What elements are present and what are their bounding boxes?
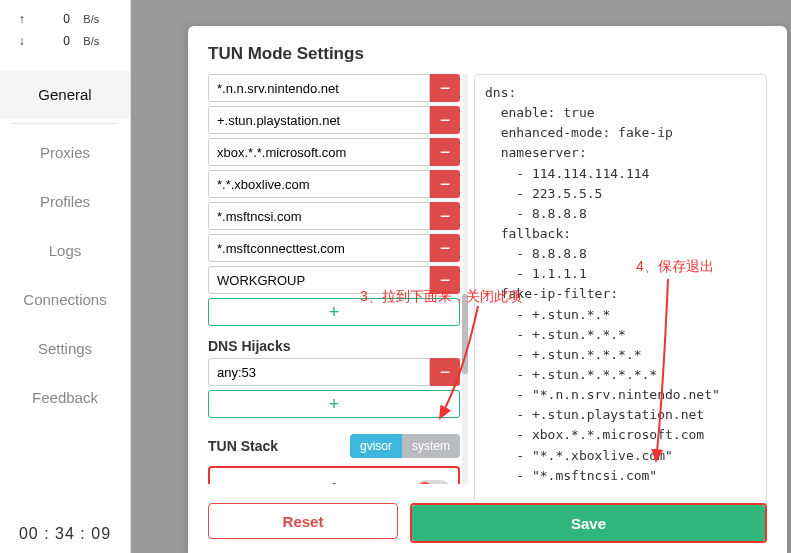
filter-row: − (208, 234, 460, 262)
save-button[interactable]: Save (412, 505, 765, 541)
seg-system[interactable]: system (402, 434, 460, 458)
remove-button[interactable]: − (430, 266, 460, 294)
filter-input[interactable] (208, 234, 430, 262)
sidebar-item-general[interactable]: General (0, 70, 130, 119)
sidebar-item-proxies[interactable]: Proxies (0, 128, 130, 177)
remove-button[interactable]: − (430, 106, 460, 134)
hijack-input[interactable] (208, 358, 430, 386)
yaml-preview: dns: enable: true enhanced-mode: fake-ip… (474, 74, 767, 504)
remove-button[interactable]: − (430, 138, 460, 166)
dns-hijacks-label: DNS Hijacks (208, 338, 460, 354)
toggle-knob (418, 482, 432, 484)
auto-detect-toggle[interactable] (416, 480, 450, 484)
arrow-down-icon: ↓ (17, 34, 27, 48)
sidebar-item-connections[interactable]: Connections (0, 275, 130, 324)
remove-button[interactable]: − (430, 74, 460, 102)
filter-row: − (208, 170, 460, 198)
download-unit: B/s (83, 35, 113, 47)
filter-input[interactable] (208, 74, 430, 102)
reset-button[interactable]: Reset (208, 503, 398, 539)
add-filter-button[interactable]: + (208, 298, 460, 326)
sidebar-nav: General Proxies Profiles Logs Connection… (0, 70, 130, 422)
upload-row: ↑ 0 B/s (0, 8, 130, 30)
filter-input[interactable] (208, 202, 430, 230)
remove-button[interactable]: − (430, 234, 460, 262)
filter-row: − (208, 106, 460, 134)
upload-unit: B/s (83, 13, 113, 25)
filter-input[interactable] (208, 266, 430, 294)
remove-button[interactable]: − (430, 202, 460, 230)
sidebar-item-settings[interactable]: Settings (0, 324, 130, 373)
arrow-up-icon: ↑ (17, 12, 27, 26)
settings-form-column: − − − − − − − + DNS Hijacks − + TUN Stac… (208, 74, 460, 504)
filter-input[interactable] (208, 138, 430, 166)
uptime-timer: 00 : 34 : 09 (0, 525, 130, 543)
scroll-thumb[interactable] (462, 294, 468, 374)
upload-value: 0 (40, 12, 70, 26)
sidebar-item-logs[interactable]: Logs (0, 226, 130, 275)
seg-gvisor[interactable]: gvisor (350, 434, 402, 458)
divider (12, 123, 118, 124)
tun-stack-segment[interactable]: gvisor system (350, 434, 460, 458)
save-highlight: Save (410, 503, 767, 543)
add-hijack-button[interactable]: + (208, 390, 460, 418)
sidebar-item-feedback[interactable]: Feedback (0, 373, 130, 422)
hijack-row: − (208, 358, 460, 386)
filter-row: − (208, 74, 460, 102)
filter-input[interactable] (208, 106, 430, 134)
filter-input[interactable] (208, 170, 430, 198)
filter-row: − (208, 138, 460, 166)
auto-detect-label: Auto Detect Interface (218, 481, 359, 484)
sidebar-item-profiles[interactable]: Profiles (0, 177, 130, 226)
tun-stack-label: TUN Stack (208, 438, 278, 454)
remove-button[interactable]: − (430, 170, 460, 198)
modal-title: TUN Mode Settings (208, 44, 767, 64)
download-row: ↓ 0 B/s (0, 30, 130, 52)
remove-button[interactable]: − (430, 358, 460, 386)
filter-row: − (208, 202, 460, 230)
tun-settings-modal: TUN Mode Settings − − − − − − − + DNS Hi… (188, 26, 787, 553)
filter-row: − (208, 266, 460, 294)
traffic-stats: ↑ 0 B/s ↓ 0 B/s (0, 0, 130, 60)
download-value: 0 (40, 34, 70, 48)
auto-detect-highlight: Auto Detect Interface (208, 466, 460, 484)
scrollbar[interactable] (462, 74, 468, 484)
